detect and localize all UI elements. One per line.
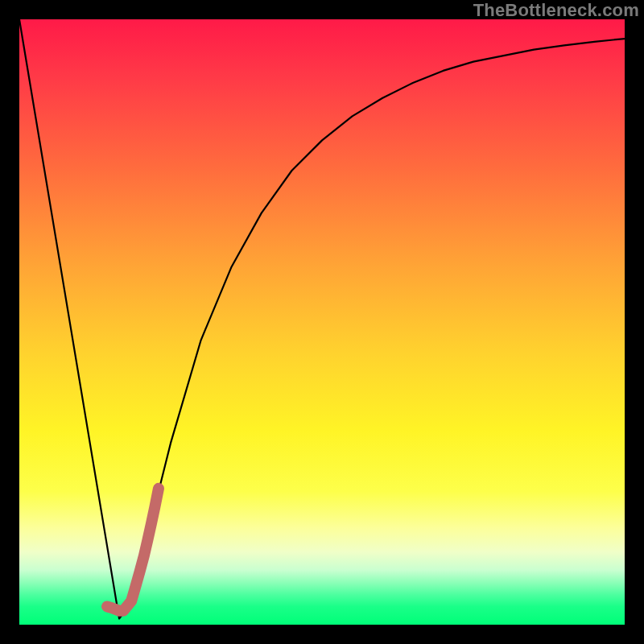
chart-svg bbox=[19, 19, 625, 625]
bottleneck-curve bbox=[19, 19, 625, 618]
plot-area bbox=[19, 19, 625, 625]
watermark-text: TheBottleneck.com bbox=[473, 0, 639, 21]
chart-frame: TheBottleneck.com bbox=[0, 0, 644, 644]
